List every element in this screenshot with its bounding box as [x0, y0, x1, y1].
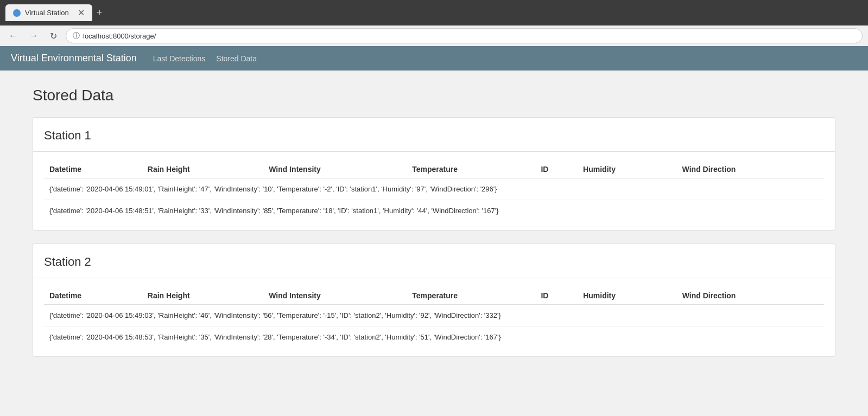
col-header-datetime: Datetime	[44, 287, 142, 305]
tab-title: Virtual Station	[25, 9, 69, 17]
col-header-rain-height: Rain Height	[142, 161, 263, 178]
stations-container: Station 1DatetimeRain HeightWind Intensi…	[33, 117, 835, 357]
table-row-data-1: {'datetime': '2020-04-06 15:48:53', 'Rai…	[44, 327, 824, 348]
main-content: Stored Data Station 1DatetimeRain Height…	[0, 71, 868, 386]
table-row-data-1: {'datetime': '2020-04-06 15:48:51', 'Rai…	[44, 200, 824, 222]
url-text: localhost:8000/storage/	[83, 32, 156, 40]
station-title-2: Station 2	[33, 244, 835, 278]
info-icon: ⓘ	[73, 31, 80, 41]
browser-chrome: Virtual Station ✕ +	[0, 0, 868, 25]
tab-close-button[interactable]: ✕	[78, 8, 85, 18]
app-navbar: Virtual Environmental Station Last Detec…	[0, 46, 868, 71]
col-header-wind-direction: Wind Direction	[677, 161, 824, 178]
col-header-humidity: Humidity	[578, 287, 677, 305]
refresh-button[interactable]: ↻	[47, 30, 60, 42]
col-header-rain-height: Rain Height	[142, 287, 263, 305]
col-header-id: ID	[535, 161, 578, 178]
table-header-row: DatetimeRain HeightWind IntensityTempera…	[44, 287, 824, 305]
nav-link-last-detections[interactable]: Last Detections	[153, 54, 206, 63]
tab-favicon	[13, 9, 21, 17]
table-row: {'datetime': '2020-04-06 15:49:01', 'Rai…	[44, 178, 824, 200]
app-brand: Virtual Environmental Station	[11, 53, 137, 64]
col-header-wind-direction: Wind Direction	[677, 287, 824, 305]
col-header-humidity: Humidity	[578, 161, 677, 178]
nav-link-stored-data[interactable]: Stored Data	[216, 54, 257, 63]
url-bar[interactable]: ⓘ localhost:8000/storage/	[66, 28, 863, 43]
col-header-datetime: Datetime	[44, 161, 142, 178]
browser-tab[interactable]: Virtual Station ✕	[5, 4, 92, 21]
station-title-1: Station 1	[33, 118, 835, 151]
station-table-1: DatetimeRain HeightWind IntensityTempera…	[44, 161, 824, 221]
table-row-data-0: {'datetime': '2020-04-06 15:49:03', 'Rai…	[44, 305, 824, 327]
nav-links: Last Detections Stored Data	[153, 54, 257, 63]
table-row: {'datetime': '2020-04-06 15:48:53', 'Rai…	[44, 327, 824, 348]
station-card-2: Station 2DatetimeRain HeightWind Intensi…	[33, 244, 835, 357]
address-bar-container: ← → ↻ ⓘ localhost:8000/storage/	[0, 25, 868, 46]
station-card-1: Station 1DatetimeRain HeightWind Intensi…	[33, 117, 835, 231]
back-button[interactable]: ←	[5, 30, 21, 42]
new-tab-button[interactable]: +	[97, 7, 103, 18]
table-row-data-0: {'datetime': '2020-04-06 15:49:01', 'Rai…	[44, 178, 824, 200]
forward-button[interactable]: →	[26, 30, 41, 42]
table-row: {'datetime': '2020-04-06 15:48:51', 'Rai…	[44, 200, 824, 222]
table-row: {'datetime': '2020-04-06 15:49:03', 'Rai…	[44, 305, 824, 327]
col-header-id: ID	[535, 287, 578, 305]
page-title: Stored Data	[33, 87, 835, 104]
col-header-temperature: Temperature	[407, 161, 535, 178]
station-table-container-1: DatetimeRain HeightWind IntensityTempera…	[33, 151, 835, 230]
col-header-wind-intensity: Wind Intensity	[263, 287, 407, 305]
station-table-2: DatetimeRain HeightWind IntensityTempera…	[44, 287, 824, 348]
col-header-wind-intensity: Wind Intensity	[263, 161, 407, 178]
col-header-temperature: Temperature	[407, 287, 535, 305]
table-header-row: DatetimeRain HeightWind IntensityTempera…	[44, 161, 824, 178]
station-table-container-2: DatetimeRain HeightWind IntensityTempera…	[33, 278, 835, 356]
